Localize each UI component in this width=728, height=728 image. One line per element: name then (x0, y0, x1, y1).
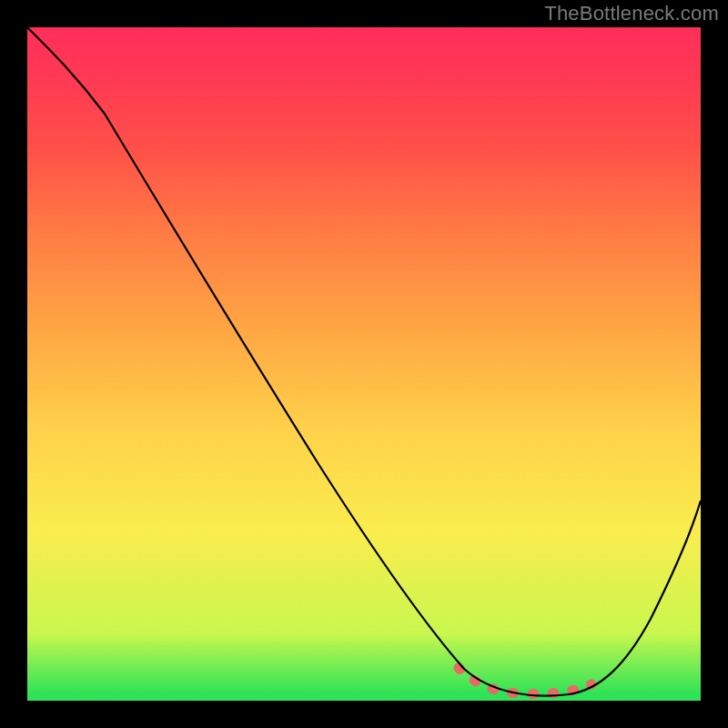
bottleneck-chart (27, 27, 701, 701)
bottleneck-curve-line (27, 27, 701, 696)
frame: TheBottleneck.com (0, 0, 728, 728)
watermark-text: TheBottleneck.com (544, 2, 719, 25)
chart-svg (27, 27, 701, 701)
highlight-minimum (459, 668, 592, 694)
